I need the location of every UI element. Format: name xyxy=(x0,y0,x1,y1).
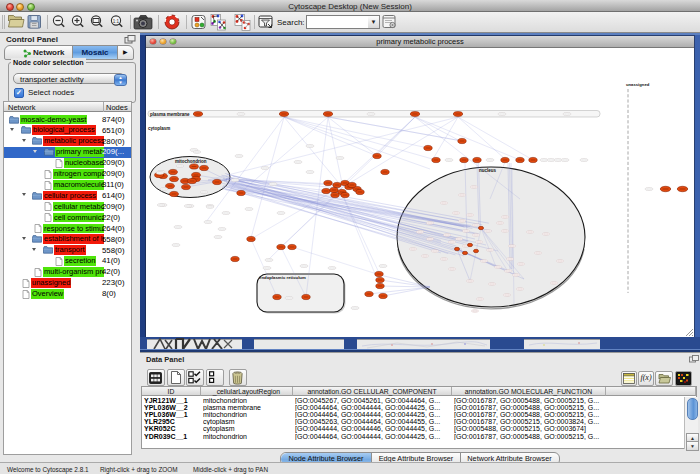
svg-text:endoplasmic reticulum: endoplasmic reticulum xyxy=(259,275,306,280)
svg-text:plasma membrane: plasma membrane xyxy=(150,112,190,117)
svg-text:cytoplasm: cytoplasm xyxy=(148,126,170,131)
svg-text:unassigned: unassigned xyxy=(626,82,650,87)
svg-text:nucleus: nucleus xyxy=(479,168,497,173)
svg-text:mitochondrion: mitochondrion xyxy=(175,159,207,164)
svg-text:1:1: 1:1 xyxy=(113,19,120,24)
